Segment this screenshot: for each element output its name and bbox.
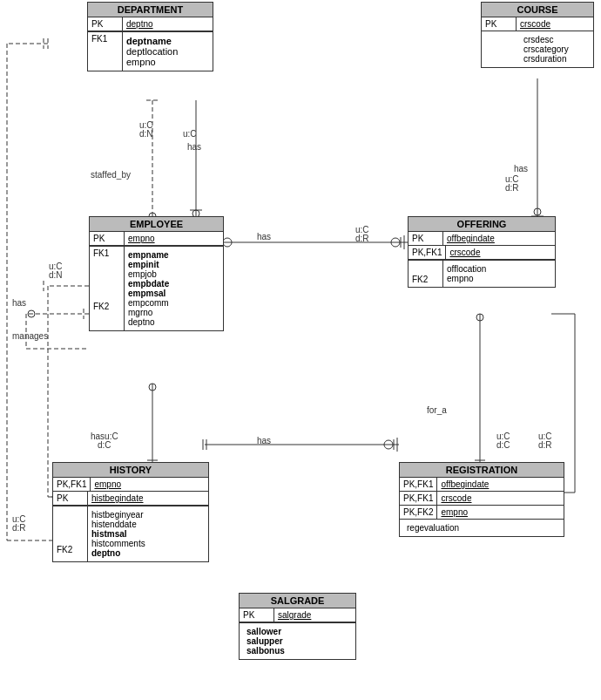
course-attr-1: crsdesc bbox=[523, 35, 590, 44]
label-has-course: has bbox=[514, 164, 528, 173]
offering-header: OFFERING bbox=[409, 217, 555, 232]
svg-point-7 bbox=[223, 238, 232, 247]
course-pk-label: PK bbox=[482, 17, 517, 31]
entity-course: COURSE PK crscode crsdesc crscategory cr… bbox=[481, 2, 594, 68]
label-dr-emp-off: d:R bbox=[355, 234, 369, 243]
entity-employee: EMPLOYEE PK empno FK1 FK2 empname empini… bbox=[89, 216, 224, 331]
salgrade-attr-1: sallower bbox=[246, 627, 352, 636]
label-manages: manages bbox=[12, 331, 48, 341]
label-dr-off-reg2: d:R bbox=[538, 440, 552, 450]
history-fk2-label: FK2 bbox=[57, 545, 84, 554]
entity-department: DEPARTMENT PK deptno FK1 deptname deptlo… bbox=[87, 2, 213, 71]
diagram: COURSE PK crscode crsdesc crscategory cr… bbox=[0, 0, 601, 700]
course-attr-2: crscategory bbox=[523, 44, 590, 54]
history-attr-2: histenddate bbox=[91, 520, 145, 529]
history-attr-5: deptno bbox=[91, 548, 145, 558]
svg-point-27 bbox=[476, 314, 483, 321]
reg-pk1-field: offbegindate bbox=[437, 478, 492, 491]
dept-pk-field: deptno bbox=[123, 17, 157, 31]
emp-pk-field: empno bbox=[125, 232, 159, 245]
emp-attr-empmsal: empmsal bbox=[128, 289, 169, 298]
label-has-left: has bbox=[12, 298, 26, 308]
dept-pk: PK deptno bbox=[88, 17, 213, 31]
entity-salgrade: SALGRADE PK salgrade sallower salupper s… bbox=[239, 593, 356, 660]
emp-attr-empbdate: empbdate bbox=[128, 279, 169, 289]
label-has-emp-off: has bbox=[257, 232, 271, 241]
history-attr-3: histmsal bbox=[91, 529, 145, 539]
salgrade-header: SALGRADE bbox=[240, 594, 355, 608]
dept-pk-label: PK bbox=[88, 17, 123, 31]
svg-point-10 bbox=[391, 238, 400, 247]
offering-pk1-field: offbegindate bbox=[443, 232, 498, 245]
entity-offering: OFFERING PK offbegindate PK,FK1 crscode … bbox=[408, 216, 556, 288]
emp-fk2-label: FK2 bbox=[93, 302, 120, 311]
history-pk1-field: empno bbox=[91, 478, 125, 491]
history-pk2-label: PK bbox=[53, 492, 88, 505]
history-attr-4: histcomments bbox=[91, 539, 145, 548]
svg-point-37 bbox=[28, 310, 35, 317]
course-attr-3: crsduration bbox=[523, 54, 590, 64]
course-attrs: crsdesc crscategory crsduration bbox=[482, 31, 593, 67]
svg-point-12 bbox=[534, 208, 541, 215]
emp-attr-deptno: deptno bbox=[128, 317, 169, 327]
label-dr-off-reg1: d:C bbox=[496, 440, 510, 450]
offering-pk2-field: crscode bbox=[446, 246, 483, 259]
label-dr-dept-hist: d:R bbox=[12, 523, 26, 533]
label-dn-dept-emp1: d:N bbox=[139, 129, 153, 139]
salgrade-pk-field: salgrade bbox=[274, 608, 314, 622]
entity-registration: REGISTRATION PK,FK1 offbegindate PK,FK1 … bbox=[399, 462, 564, 537]
svg-point-23 bbox=[384, 440, 393, 449]
dept-fk1-label: FK1 bbox=[88, 32, 123, 71]
offering-pk1-label: PK bbox=[409, 232, 443, 245]
label-has-hist-reg: has bbox=[257, 436, 271, 445]
dept-attr-2: deptlocation bbox=[126, 46, 178, 57]
course-pk-field: crscode bbox=[517, 17, 554, 31]
emp-attr-empname: empname bbox=[128, 250, 169, 260]
course-header: COURSE bbox=[482, 3, 593, 17]
label-uc-dept-emp2: u:C bbox=[183, 129, 197, 139]
salgrade-attr-3: salbonus bbox=[246, 646, 352, 656]
svg-point-17 bbox=[149, 384, 156, 391]
dept-header: DEPARTMENT bbox=[88, 3, 213, 17]
offering-fk2-label: FK2 bbox=[412, 275, 439, 284]
label-staffed-by: staffed_by bbox=[91, 170, 131, 180]
reg-pk3-label: PK,FK2 bbox=[400, 506, 437, 519]
reg-pk2-field: crscode bbox=[437, 492, 475, 505]
history-header: HISTORY bbox=[53, 463, 208, 478]
label-for-a: for_a bbox=[427, 405, 447, 415]
emp-attr-empinit: empinit bbox=[128, 260, 169, 269]
history-pk1-label: PK,FK1 bbox=[53, 478, 91, 491]
registration-header: REGISTRATION bbox=[400, 463, 564, 478]
emp-header: EMPLOYEE bbox=[90, 217, 223, 232]
label-dc: d:C bbox=[98, 440, 111, 450]
label-dn-left: d:N bbox=[49, 270, 63, 280]
reg-attr-1: regevaluation bbox=[407, 523, 560, 533]
emp-attr-mgrno: mgrno bbox=[128, 308, 169, 317]
emp-pk: PK empno bbox=[90, 232, 223, 246]
label-dr-course-off: d:R bbox=[505, 183, 519, 193]
offering-pk2-label: PK,FK1 bbox=[409, 246, 446, 259]
course-pk: PK crscode bbox=[482, 17, 593, 31]
offering-attr-2: empno bbox=[447, 274, 486, 283]
emp-pk-label: PK bbox=[90, 232, 125, 245]
history-attr-1: histbeginyear bbox=[91, 510, 145, 520]
emp-fk1-label: FK1 bbox=[93, 248, 120, 258]
reg-pk1-label: PK,FK1 bbox=[400, 478, 437, 491]
history-pk2-field: histbegindate bbox=[88, 492, 147, 505]
reg-pk3-field: empno bbox=[437, 506, 471, 519]
entity-history: HISTORY PK,FK1 empno PK histbegindate FK… bbox=[52, 462, 209, 562]
reg-pk2-label: PK,FK1 bbox=[400, 492, 437, 505]
offering-attr-1: offlocation bbox=[447, 264, 486, 274]
dept-attr-3: empno bbox=[126, 57, 178, 67]
salgrade-pk: PK salgrade bbox=[240, 608, 355, 622]
emp-attr-empjob: empjob bbox=[128, 269, 169, 279]
salgrade-attr-2: salupper bbox=[246, 636, 352, 646]
label-has-dept: has bbox=[187, 142, 201, 152]
emp-attr-empcomm: empcomm bbox=[128, 298, 169, 308]
dept-attr-1: deptname bbox=[126, 36, 178, 46]
salgrade-pk-label: PK bbox=[240, 608, 274, 622]
